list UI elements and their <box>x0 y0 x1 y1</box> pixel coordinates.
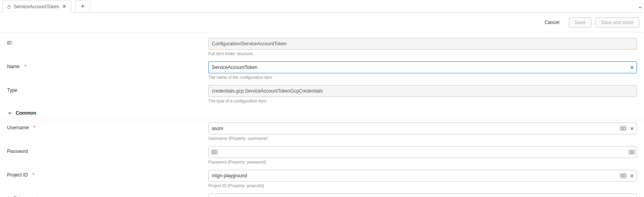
row-api-token: ApiToken* ✕ ApiToken (Property: apiToken… <box>0 191 644 197</box>
tab-overflow-button[interactable]: ⌄ <box>638 0 642 12</box>
keyboard-icon[interactable] <box>620 173 627 178</box>
username-field[interactable] <box>208 123 637 134</box>
svg-rect-15 <box>631 151 631 152</box>
svg-rect-0 <box>8 6 11 8</box>
form: ID Full item folder structure. Name* ✕ T… <box>0 32 644 197</box>
save-and-close-button[interactable]: Save and close <box>595 17 639 28</box>
svg-rect-6 <box>622 129 624 129</box>
svg-rect-16 <box>632 151 632 152</box>
svg-rect-20 <box>622 175 622 175</box>
svg-rect-23 <box>624 175 624 175</box>
row-name: Name* ✕ The name of the configuration it… <box>0 59 644 83</box>
chevron-down-icon: ⌄ <box>638 3 642 9</box>
row-username: Username* ✕ Username (Property: username… <box>0 120 644 144</box>
keyboard-icon[interactable] <box>628 149 635 155</box>
id-field <box>208 38 637 50</box>
tab-active[interactable]: ServiceAccountToken ✕ <box>2 0 71 13</box>
row-password: Password Password (Property: password) <box>0 144 644 167</box>
action-bar: Cancel Save Save and close <box>0 13 644 32</box>
tab-strip: ServiceAccountToken ✕ + ⌄ <box>0 0 644 13</box>
svg-rect-2 <box>622 128 622 128</box>
row-project-id: Project ID* ✕ Project ID (Property: proj… <box>0 167 644 191</box>
svg-rect-12 <box>213 152 215 153</box>
svg-rect-13 <box>630 151 634 154</box>
svg-rect-5 <box>624 128 624 128</box>
type-field <box>208 85 637 97</box>
svg-rect-10 <box>214 151 215 152</box>
svg-rect-9 <box>213 151 214 152</box>
username-label: Username <box>7 125 29 130</box>
clear-icon[interactable]: ✕ <box>628 172 635 179</box>
svg-rect-19 <box>621 175 626 177</box>
lock-icon <box>7 4 11 9</box>
project-id-field[interactable] <box>208 170 637 182</box>
name-helper: The name of the configuration item <box>208 75 637 80</box>
svg-rect-8 <box>213 151 213 152</box>
project-id-label: Project ID <box>7 172 28 178</box>
svg-rect-14 <box>630 151 631 152</box>
svg-rect-1 <box>621 127 626 130</box>
svg-rect-22 <box>623 175 624 175</box>
add-tab-button[interactable]: + <box>75 0 90 12</box>
save-button[interactable]: Save <box>569 17 591 28</box>
password-label: Password <box>7 149 28 154</box>
name-label: Name <box>7 64 20 69</box>
svg-rect-24 <box>622 176 624 177</box>
tab-label: ServiceAccountToken <box>14 4 59 9</box>
project-id-helper: Project ID (Property: projectId) <box>208 183 637 188</box>
keyboard-icon[interactable] <box>211 149 218 155</box>
svg-rect-7 <box>212 151 217 154</box>
svg-rect-18 <box>631 152 633 153</box>
svg-rect-21 <box>622 175 623 175</box>
svg-rect-17 <box>633 151 633 152</box>
id-label: ID <box>7 40 12 46</box>
clear-icon[interactable]: ✕ <box>628 64 635 71</box>
keyboard-icon[interactable] <box>620 126 627 131</box>
username-helper: Username (Property: username) <box>208 136 637 141</box>
password-helper: Password (Property: password) <box>208 160 637 164</box>
password-field[interactable] <box>208 146 637 158</box>
chevron-down-icon <box>7 110 13 116</box>
svg-rect-4 <box>623 128 624 128</box>
id-helper: Full item folder structure. <box>208 51 637 56</box>
section-common-toggle[interactable]: Common <box>0 106 644 120</box>
plus-icon: + <box>81 2 85 11</box>
svg-rect-3 <box>622 128 623 128</box>
svg-rect-11 <box>215 151 215 152</box>
type-label: Type <box>7 87 17 93</box>
required-marker: * <box>24 64 26 69</box>
cancel-button[interactable]: Cancel <box>539 18 565 27</box>
api-token-field[interactable] <box>208 193 637 197</box>
close-icon[interactable]: ✕ <box>61 4 67 9</box>
clear-icon[interactable]: ✕ <box>628 125 635 132</box>
section-common-title: Common <box>16 110 36 116</box>
required-marker: * <box>33 125 35 130</box>
type-helper: The type of a configuration item. <box>208 98 637 103</box>
name-field[interactable] <box>208 61 637 73</box>
row-type: Type The type of a configuration item. <box>0 83 644 106</box>
row-id: ID Full item folder structure. <box>0 35 644 59</box>
required-marker: * <box>33 172 35 178</box>
